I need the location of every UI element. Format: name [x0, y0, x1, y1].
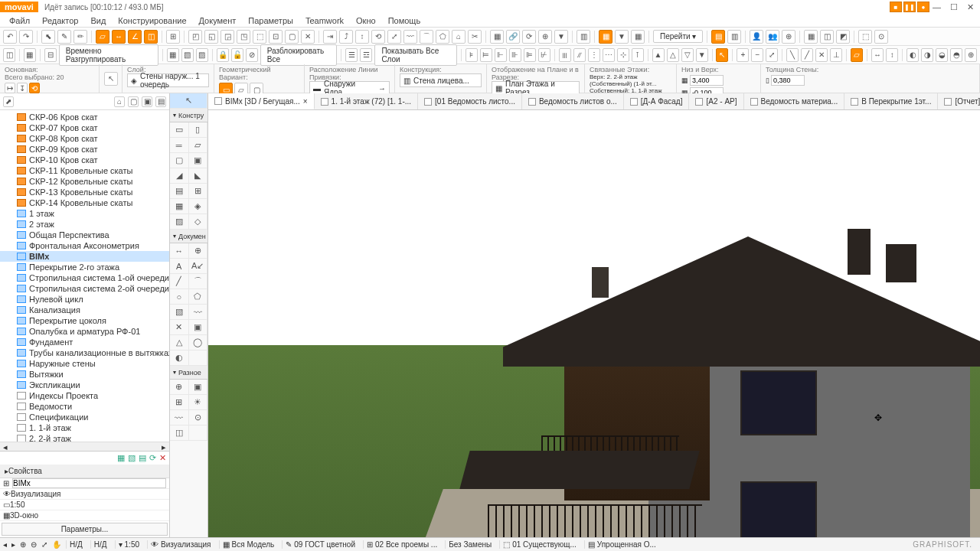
grp4-icon[interactable]: ▧: [181, 48, 194, 62]
minimize-button[interactable]: —: [933, 2, 941, 12]
dist2-icon[interactable]: ⫽: [573, 48, 586, 62]
snap7-icon[interactable]: ▢: [285, 30, 299, 44]
view-tab[interactable]: [Д-А Фасад]: [624, 93, 690, 109]
edit1-icon[interactable]: ⇥: [323, 30, 337, 44]
snap6-icon[interactable]: ⊡: [269, 30, 283, 44]
props-window[interactable]: ▦ 3D-окно: [0, 510, 169, 521]
trace2-icon[interactable]: ▼: [615, 30, 629, 44]
order4-icon[interactable]: ▼: [696, 48, 708, 62]
toolbox-misc-header[interactable]: ▾Разное: [170, 366, 207, 380]
cam1-icon[interactable]: ◐: [906, 48, 919, 62]
column-tool[interactable]: ▯: [189, 122, 208, 138]
text-tool[interactable]: A: [170, 259, 189, 274]
tree-item[interactable]: Индексы Проекта: [0, 390, 169, 401]
dist6-icon[interactable]: ⊺: [632, 48, 644, 62]
pick-icon[interactable]: ⬉: [41, 30, 55, 44]
edit2-icon[interactable]: ⤴: [339, 30, 353, 44]
tw3-icon[interactable]: ⊕: [782, 30, 795, 44]
hotspot-tool[interactable]: ✕: [170, 320, 189, 335]
group2-icon[interactable]: ▦: [24, 48, 36, 62]
grid-tool[interactable]: ⊕: [170, 380, 189, 395]
unlock-all-button[interactable]: Разблокировать Все: [260, 44, 338, 66]
roof-tool[interactable]: ◢: [170, 168, 189, 184]
snap8-icon[interactable]: ✕: [301, 30, 315, 44]
view3-icon[interactable]: ⟳: [522, 30, 536, 44]
tree-item[interactable]: Ведомости: [0, 401, 169, 412]
cam4-icon[interactable]: ◓: [950, 48, 962, 62]
align5-icon[interactable]: ⊫: [524, 48, 536, 62]
order3-icon[interactable]: ▽: [681, 48, 694, 62]
nav-v3-icon[interactable]: ▣: [142, 96, 152, 107]
measure-icon[interactable]: ▱: [96, 30, 109, 44]
tree-item[interactable]: СКР-14 Кровельные скаты: [0, 197, 169, 208]
suspend-icon[interactable]: ⊟: [44, 48, 57, 62]
tree-item[interactable]: 2. 2-й этаж: [0, 433, 169, 442]
tree-item[interactable]: 2 этаж: [0, 219, 169, 230]
props-header[interactable]: ▸ Свойства: [0, 465, 169, 478]
edit5-icon[interactable]: ⤢: [387, 30, 401, 44]
section-tool[interactable]: △: [170, 335, 189, 350]
tree-item[interactable]: СКР-07 Кров скат: [0, 122, 169, 133]
unlock-icon[interactable]: ⊘: [246, 48, 258, 62]
window-tool[interactable]: ▢: [170, 153, 189, 168]
nav2-icon[interactable]: ▥: [727, 30, 741, 44]
view-tab[interactable]: [01 Ведомость листо...: [418, 93, 522, 109]
misc1-tool[interactable]: ⊞: [170, 395, 189, 410]
mesh-tool[interactable]: ⊞: [189, 184, 208, 199]
dim2-icon[interactable]: ↕: [886, 48, 898, 62]
sb-zoomout[interactable]: ⊖: [31, 540, 37, 549]
grp3-icon[interactable]: ▦: [167, 48, 179, 62]
nav1-icon[interactable]: ▤: [711, 30, 725, 44]
tree-item[interactable]: Наружные стены: [0, 358, 169, 369]
tree-item[interactable]: 1 этаж: [0, 208, 169, 219]
ext2-icon[interactable]: ◫: [820, 30, 834, 44]
nav-v1-icon[interactable]: ⌂: [114, 96, 125, 107]
view-tab[interactable]: Ведомость листов о...: [522, 93, 624, 109]
view5-icon[interactable]: ▼: [554, 30, 568, 44]
lock2-icon[interactable]: 🔓: [231, 48, 243, 62]
align3-icon[interactable]: ⊩: [495, 48, 507, 62]
sb-simplified[interactable]: ▤ Упрощенная О...: [584, 540, 659, 549]
arrow-tool[interactable]: ↖: [170, 93, 207, 109]
ext1-icon[interactable]: ▦: [804, 30, 818, 44]
fig-tool[interactable]: ▣: [189, 320, 208, 335]
rec-stop-button[interactable]: ■: [890, 2, 902, 12]
sb-fit[interactable]: ⤢: [41, 540, 47, 549]
sb-model[interactable]: ▦ Вся Модель: [219, 540, 278, 549]
camera-tool[interactable]: ▣: [189, 380, 208, 395]
fill-tool[interactable]: ▧: [170, 305, 189, 320]
props-ic2[interactable]: ▧: [128, 453, 136, 463]
menu-window[interactable]: Окно: [350, 15, 382, 27]
worksheet-tool[interactable]: [189, 350, 208, 366]
dim1-icon[interactable]: ↔: [871, 48, 884, 62]
3d-view[interactable]: ✥: [208, 110, 980, 537]
tree-item[interactable]: Нулевой цикл: [0, 294, 169, 305]
tree-item[interactable]: Канализация: [0, 305, 169, 315]
line1-icon[interactable]: ╲: [786, 48, 799, 62]
layer1-icon[interactable]: ☰: [345, 48, 358, 62]
info-i2[interactable]: ↧: [17, 83, 28, 93]
ext3-icon[interactable]: ◩: [836, 30, 850, 44]
edit6-icon[interactable]: 〰: [403, 30, 417, 44]
zoom3-icon[interactable]: ⤢: [766, 48, 778, 62]
view4-icon[interactable]: ⊕: [538, 30, 552, 44]
tw1-icon[interactable]: 👤: [750, 30, 763, 44]
layer-dropdown[interactable]: ◈ Стены наруж... 1 очередь: [127, 73, 209, 87]
spline-tool[interactable]: 〰: [189, 305, 208, 320]
ungroup-button[interactable]: Временно Разгруппировать: [59, 44, 158, 66]
edit8-icon[interactable]: ⬠: [436, 30, 449, 44]
tree-item[interactable]: Спецификации: [0, 412, 169, 422]
info-i1[interactable]: ↦: [5, 83, 15, 93]
label-tool[interactable]: A↙: [189, 259, 208, 274]
tree-item[interactable]: Общая Перспектива: [0, 230, 169, 240]
dist4-icon[interactable]: ⋯: [603, 48, 615, 62]
group1-icon[interactable]: ◫: [3, 48, 15, 62]
goto-dropdown[interactable]: Перейти ▾: [653, 30, 703, 43]
snap5-icon[interactable]: ⬚: [253, 30, 266, 44]
trace-icon[interactable]: ▦: [599, 30, 612, 44]
ext4-icon[interactable]: ⬚: [858, 30, 872, 44]
snap4-icon[interactable]: ◳: [237, 30, 250, 44]
rel-icon[interactable]: ◫: [144, 30, 158, 44]
elev-tool[interactable]: ◯: [189, 335, 208, 350]
view-tab[interactable]: [Отчет]: [938, 93, 980, 109]
